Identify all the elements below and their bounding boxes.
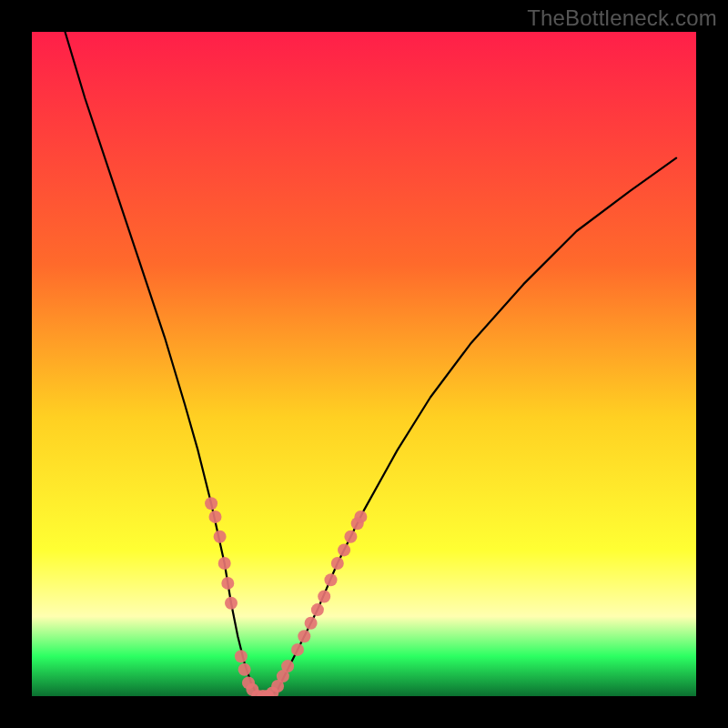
data-dot xyxy=(331,557,344,570)
data-dot xyxy=(221,577,234,590)
data-dot xyxy=(225,597,238,610)
data-dot xyxy=(291,643,304,656)
data-dot xyxy=(338,543,350,556)
plot-area xyxy=(32,32,696,696)
data-dot xyxy=(311,603,324,616)
data-dot xyxy=(205,497,217,510)
data-dot xyxy=(235,650,248,662)
outer-frame: TheBottleneck.com xyxy=(0,0,728,728)
data-dot xyxy=(325,573,338,586)
gradient-background xyxy=(32,32,696,696)
watermark-text: TheBottleneck.com xyxy=(527,5,717,31)
data-dot xyxy=(281,660,294,672)
data-dot xyxy=(354,511,367,523)
data-dot xyxy=(209,511,222,523)
bottleneck-chart xyxy=(32,32,696,696)
data-dot xyxy=(238,663,251,676)
data-dot xyxy=(218,557,231,570)
data-dot xyxy=(298,630,310,642)
data-dot xyxy=(344,531,357,543)
data-dot xyxy=(305,617,318,630)
data-dot xyxy=(318,591,330,603)
data-dot xyxy=(214,531,227,543)
